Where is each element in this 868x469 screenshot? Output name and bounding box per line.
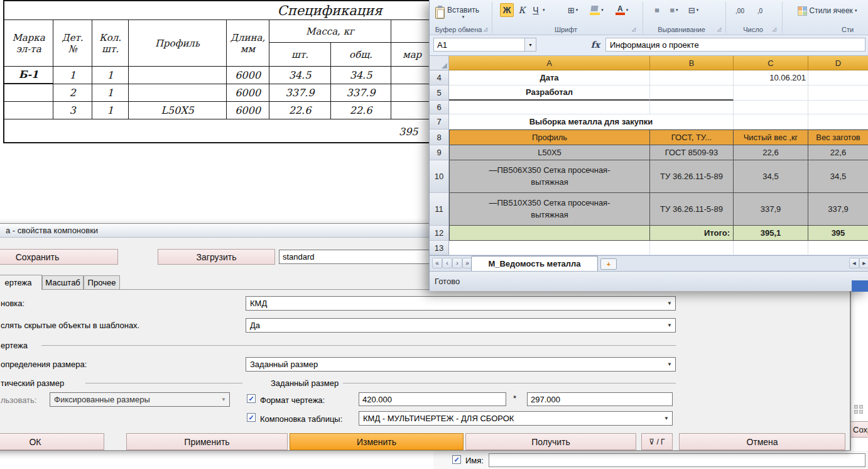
row-header-7[interactable]: 7 — [430, 114, 449, 130]
select-all-corner[interactable] — [430, 56, 449, 70]
cell-c13[interactable] — [734, 241, 808, 255]
ok-button[interactable]: ОК — [0, 433, 104, 450]
row-header-9[interactable]: 9 — [430, 145, 449, 160]
row-header-8[interactable]: 8 — [430, 130, 449, 145]
tab-scale[interactable]: Масштаб — [42, 275, 84, 289]
cell-a10[interactable]: —ПВ506Х350 Сетка просечная-вытяжная — [449, 160, 650, 193]
number-dialog-launcher-icon[interactable]: ◿ — [773, 26, 776, 32]
cell-b4[interactable] — [650, 70, 734, 86]
alignment-dialog-launcher-icon[interactable]: ◿ — [717, 26, 721, 32]
cell-a5[interactable]: Разработал — [449, 86, 650, 101]
next-sheet-button[interactable]: › — [452, 258, 462, 268]
italic-button[interactable]: К — [516, 3, 528, 17]
tab-scroll-right-button[interactable]: ▶ — [859, 258, 868, 268]
cell-d10[interactable]: 34,5 — [808, 160, 868, 193]
name-box[interactable] — [433, 38, 525, 52]
cell-a9[interactable]: L50X5 — [449, 145, 650, 160]
apply-button[interactable]: Применить — [126, 433, 288, 450]
cell-styles-button[interactable]: Стили ячеек ▾ — [788, 3, 867, 19]
load-button[interactable]: Загрузить — [158, 249, 275, 265]
cell-b13[interactable] — [650, 241, 734, 255]
cell-a11[interactable]: —ПВ510Х350 Сетка просечная-вытяжная — [449, 193, 650, 226]
cell-b5[interactable] — [650, 86, 734, 101]
save-button[interactable]: Сохранить — [0, 249, 118, 265]
cell-b12[interactable]: Итого: — [650, 226, 734, 241]
row-header-12[interactable]: 12 — [430, 226, 449, 241]
table-layout-combobox[interactable]: КМД - МУЛЬТИЧЕРТЕЖ - ДЛЯ СБОРОК ▼ — [359, 411, 673, 426]
underline-button[interactable]: Ч — [529, 3, 542, 17]
tab-drawing[interactable]: ертежа — [0, 275, 42, 290]
cell-d8[interactable]: Вес заготов — [808, 130, 868, 145]
tab-other[interactable]: Прочее — [84, 275, 120, 289]
underline-dropdown-icon[interactable]: ▾ — [543, 8, 545, 13]
cell-d5[interactable] — [808, 86, 868, 101]
merge-center-button[interactable]: ⊟▾ — [685, 3, 702, 17]
toggle-checkboxes-button[interactable]: ⊽ / Γ — [641, 433, 673, 450]
first-sheet-button[interactable]: « — [432, 258, 442, 268]
get-button[interactable]: Получить — [465, 433, 636, 450]
cell-d13[interactable] — [808, 241, 868, 255]
format-height-input[interactable] — [527, 392, 673, 406]
cell-c8[interactable]: Чистый вес ,кг — [734, 130, 808, 145]
increase-indent-button[interactable]: ≡▾ — [666, 3, 682, 17]
cell-c6[interactable] — [734, 101, 808, 114]
column-header-c[interactable]: C — [734, 56, 808, 70]
row-header-5[interactable]: 5 — [430, 86, 449, 101]
paste-button[interactable]: Вставить ▾ — [432, 1, 482, 24]
insert-function-button[interactable]: fx — [588, 38, 603, 52]
cell-d4[interactable] — [808, 70, 868, 86]
column-header-a[interactable]: A — [449, 56, 650, 70]
cell-a12[interactable] — [449, 226, 650, 241]
format-checkbox[interactable]: ✓ — [247, 394, 256, 403]
cell-b8[interactable]: ГОСТ, ТУ... — [650, 130, 734, 145]
background-save-button[interactable]: Сохр — [850, 421, 868, 438]
cell-b6[interactable] — [650, 101, 734, 114]
cell-d11[interactable]: 337,9 — [808, 193, 868, 226]
row-header-11[interactable]: 11 — [430, 193, 449, 226]
modify-button[interactable]: Изменить — [290, 433, 464, 450]
name-checkbox[interactable]: ✓ — [452, 455, 461, 464]
decrease-decimal-button[interactable]: ,0 — [752, 4, 768, 18]
cell-d12[interactable]: 395 — [808, 226, 868, 241]
table-layout-checkbox[interactable]: ✓ — [247, 413, 256, 422]
decrease-indent-button[interactable]: ≡ — [649, 3, 665, 17]
bold-button[interactable]: Ж — [500, 3, 514, 17]
font-color-button[interactable]: А ▾ — [612, 3, 632, 17]
cell-a13[interactable] — [449, 241, 650, 255]
insert-worksheet-button[interactable]: + — [600, 258, 617, 270]
cell-a8[interactable]: Профиль — [449, 130, 650, 145]
sheet-tab-metal-list[interactable]: М_Ведомость металла — [471, 256, 598, 271]
cell-d7[interactable] — [808, 114, 868, 130]
clipboard-dialog-launcher-icon[interactable]: ◿ — [484, 26, 487, 32]
cell-b9[interactable]: ГОСТ 8509-93 — [650, 145, 734, 160]
cell-c4[interactable]: 10.06.201 — [734, 70, 808, 86]
name-box-dropdown[interactable]: ▼ — [525, 38, 536, 52]
cell-b10[interactable]: ТУ 36.26.11-5-89 — [650, 160, 734, 193]
cancel-button[interactable]: Отмена — [679, 433, 845, 450]
cell-a6[interactable] — [449, 101, 650, 114]
size-definition-combobox[interactable]: Заданный размер ▼ — [246, 357, 676, 372]
column-header-d[interactable]: D — [808, 56, 868, 70]
row-header-10[interactable]: 10 — [430, 160, 449, 193]
cell-c9[interactable]: 22,6 — [734, 145, 808, 160]
name-input[interactable] — [489, 453, 865, 467]
cell-c5[interactable] — [734, 86, 808, 101]
previous-sheet-button[interactable]: ‹ — [442, 258, 452, 268]
row-header-4[interactable]: 4 — [430, 70, 449, 86]
cell-d6[interactable] — [808, 101, 868, 114]
increase-decimal-button[interactable]: ,00 — [730, 4, 749, 18]
row-header-6[interactable]: 6 — [430, 101, 449, 114]
format-width-input[interactable] — [359, 392, 506, 406]
cell-c12[interactable]: 395,1 — [734, 226, 808, 241]
layout-combobox[interactable]: КМД ▼ — [246, 296, 676, 311]
cell-c10[interactable]: 34,5 — [734, 160, 808, 193]
cell-c11[interactable]: 337,9 — [734, 193, 808, 226]
formula-input[interactable] — [605, 38, 865, 52]
column-header-b[interactable]: B — [650, 56, 734, 70]
use-combobox[interactable]: Фиксированные размеры ▼ — [50, 392, 230, 407]
cell-d9[interactable]: 22,6 — [808, 145, 868, 160]
cell-c7[interactable] — [734, 114, 808, 130]
borders-button[interactable]: ⊞▾ — [563, 3, 582, 17]
row-header-13[interactable]: 13 — [430, 241, 449, 255]
cell-a7-merged[interactable]: Выборка металла для закупки — [449, 114, 734, 130]
